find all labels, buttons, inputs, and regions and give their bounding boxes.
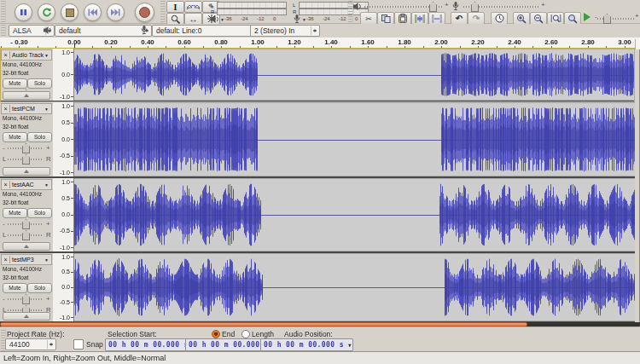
track-collapse-button[interactable] xyxy=(3,167,50,176)
track-title-bar[interactable]: × testPCM ▼ xyxy=(1,103,52,114)
snap-to-checkbox[interactable] xyxy=(73,339,84,350)
input-volume-thumb[interactable] xyxy=(471,2,479,12)
gain-slider[interactable]: - + xyxy=(0,218,53,229)
mute-button[interactable]: Mute xyxy=(3,132,27,142)
mute-button[interactable]: Mute xyxy=(3,283,27,293)
scale-label: 0.5 xyxy=(61,195,70,201)
selection-start-field[interactable]: 00 h 00 m 00.000 s▼ xyxy=(105,338,198,351)
paste-button[interactable] xyxy=(394,12,411,25)
track-close-icon[interactable]: × xyxy=(2,51,10,59)
output-device-select[interactable]: default xyxy=(55,25,152,37)
copy-button[interactable] xyxy=(377,12,394,25)
timeshift-tool-button[interactable]: ↔ xyxy=(184,13,202,25)
pan-slider-thumb[interactable] xyxy=(22,154,30,165)
waveform-canvas[interactable] xyxy=(74,253,635,321)
track-control-panel[interactable]: × testMP3 ▼ Mono, 44100Hz 32-bit float M… xyxy=(0,253,54,321)
input-device-icon xyxy=(141,26,148,35)
field-dropdown-arrow[interactable]: ▼ xyxy=(348,339,352,350)
track-title-bar[interactable]: × Audio Track ▼ xyxy=(1,49,52,61)
project-rate-select[interactable]: 44100 xyxy=(5,338,56,350)
gain-slider[interactable]: - + xyxy=(0,293,53,304)
scale-label: -1.0 xyxy=(60,315,70,321)
track-menu-arrow-icon[interactable]: ▼ xyxy=(44,257,51,263)
sync-lock-button[interactable] xyxy=(491,12,508,25)
scale-label: 0.0 xyxy=(61,284,70,290)
vertical-scale-ruler[interactable]: 1.00.50.0-0.5-1.0 xyxy=(53,253,74,321)
audio-position-field[interactable]: 00 h 00 m 00.000 s▼ xyxy=(260,338,353,351)
gain-slider-thumb[interactable] xyxy=(22,143,30,153)
waveform-canvas[interactable] xyxy=(74,49,635,101)
solo-button[interactable]: Solo xyxy=(27,132,52,142)
track-close-icon[interactable]: × xyxy=(2,105,10,113)
vertical-scale-ruler[interactable]: 1.00.50.0-0.5-1.0 xyxy=(53,102,74,176)
track-close-icon[interactable]: × xyxy=(2,256,10,263)
output-volume-thumb[interactable] xyxy=(429,2,437,12)
play-button[interactable] xyxy=(38,3,55,21)
track-collapse-button[interactable] xyxy=(3,242,50,251)
pan-slider[interactable]: L R xyxy=(0,100,53,101)
selection-start-label: Selection Start: xyxy=(108,330,157,338)
pan-slider[interactable]: L R xyxy=(0,229,53,240)
selection-tool-button[interactable]: I xyxy=(166,1,184,13)
track-menu-arrow-icon[interactable]: ▼ xyxy=(44,53,51,58)
solo-button[interactable]: Solo xyxy=(27,78,52,89)
playback-speed-slider[interactable] xyxy=(597,18,635,20)
fit-selection-button[interactable] xyxy=(547,12,564,25)
input-device-select[interactable]: default: Line:0 xyxy=(152,25,261,37)
mute-button[interactable]: Mute xyxy=(3,78,27,89)
pan-slider-thumb[interactable] xyxy=(22,230,30,240)
end-radio[interactable] xyxy=(212,330,220,338)
trim-audio-button[interactable] xyxy=(411,12,428,25)
undo-button[interactable]: ↶ xyxy=(451,12,468,25)
solo-button[interactable]: Solo xyxy=(27,208,52,218)
ruler-time-label: 0.40 xyxy=(141,38,154,46)
zoom-tool-button[interactable] xyxy=(166,13,184,25)
zoom-in-button[interactable] xyxy=(513,12,530,25)
pan-right-label: R xyxy=(46,232,51,239)
tools-gripper[interactable] xyxy=(160,1,166,22)
length-radio[interactable] xyxy=(241,330,250,338)
silence-audio-button[interactable] xyxy=(428,12,445,25)
track-close-icon[interactable]: × xyxy=(2,181,10,188)
track-title-bar[interactable]: × testMP3 ▼ xyxy=(1,254,52,265)
input-channels-select[interactable]: 2 (Stereo) In xyxy=(250,25,320,37)
track-collapse-button[interactable] xyxy=(3,312,50,321)
track-control-panel[interactable]: × testAAC ▼ Mono, 44100Hz 32-bit float M… xyxy=(0,178,54,251)
fit-project-button[interactable] xyxy=(564,12,581,25)
track-menu-arrow-icon[interactable]: ▼ xyxy=(44,182,51,188)
play-at-speed-button[interactable] xyxy=(584,13,595,21)
track-format-info: Mono, 44100Hz xyxy=(0,114,53,123)
scale-tick xyxy=(71,156,73,157)
timeline-ruler[interactable]: - 0.300.000.200.400.600.801.001.201.401.… xyxy=(0,38,640,49)
envelope-tool-button[interactable] xyxy=(184,1,202,13)
skip-to-start-button[interactable] xyxy=(84,3,102,21)
device-gripper[interactable] xyxy=(1,25,6,36)
toolbar-gripper[interactable] xyxy=(1,1,6,22)
vertical-scale-ruler[interactable]: 1.00.50.0-0.5-1.0 xyxy=(53,178,74,251)
zoom-out-button[interactable] xyxy=(530,12,547,25)
track-title-bar[interactable]: × testAAC ▼ xyxy=(1,179,52,190)
gain-slider-thumb[interactable] xyxy=(22,294,30,304)
skip-to-end-button[interactable] xyxy=(107,3,125,21)
stop-button[interactable] xyxy=(61,3,79,21)
solo-button[interactable]: Solo xyxy=(27,283,52,293)
cut-button[interactable]: ✂ xyxy=(360,12,377,25)
track-collapse-button[interactable] xyxy=(3,91,50,100)
waveform-canvas[interactable] xyxy=(74,102,635,176)
pan-slider[interactable]: L R xyxy=(0,153,53,165)
track-menu-arrow-icon[interactable]: ▼ xyxy=(44,107,51,112)
pause-button[interactable] xyxy=(15,3,32,21)
track-control-panel[interactable]: × Audio Track ▼ Mono, 44100Hz 32-bit flo… xyxy=(0,49,54,101)
track-sample-info: 32-bit float xyxy=(0,274,53,282)
redo-button[interactable]: ↷ xyxy=(468,12,485,25)
meter-scale-number: -24 xyxy=(323,16,330,21)
scale-tick xyxy=(71,52,73,53)
waveform-canvas[interactable] xyxy=(74,178,635,251)
track-control-panel[interactable]: × testPCM ▼ Mono, 44100Hz 32-bit float M… xyxy=(0,102,54,176)
gain-slider[interactable]: - + xyxy=(0,142,53,153)
vertical-scale-ruler[interactable]: 1.00.0-1.0 xyxy=(53,49,74,101)
mute-button[interactable]: Mute xyxy=(3,208,27,218)
playback-speed-thumb[interactable] xyxy=(603,14,611,24)
gain-slider-thumb[interactable] xyxy=(22,219,30,229)
record-button[interactable] xyxy=(135,3,154,22)
